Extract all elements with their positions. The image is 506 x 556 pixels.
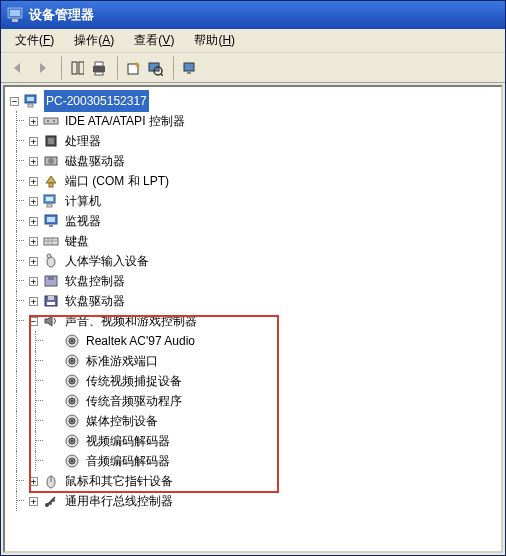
- svg-rect-4: [79, 62, 84, 74]
- expander-icon[interactable]: +: [29, 277, 38, 286]
- monitor-icon: [43, 213, 59, 229]
- show-hide-console-button[interactable]: [61, 56, 85, 80]
- tree-node-cat5[interactable]: +监视器: [7, 211, 499, 231]
- tree-node-cat10-ch4[interactable]: 媒体控制设备: [7, 411, 499, 431]
- svg-rect-6: [95, 62, 103, 66]
- back-button[interactable]: [5, 56, 29, 80]
- expander-icon[interactable]: −: [10, 97, 19, 106]
- tree-node-cat11[interactable]: +鼠标和其它指针设备: [7, 471, 499, 491]
- tree-node-label[interactable]: 软盘控制器: [63, 270, 127, 292]
- forward-button[interactable]: [31, 56, 55, 80]
- tree-node-cat9[interactable]: +软盘驱动器: [7, 291, 499, 311]
- svg-rect-17: [44, 118, 58, 124]
- tree-node-root[interactable]: −PC-200305152317: [7, 91, 499, 111]
- expander-icon[interactable]: +: [29, 217, 38, 226]
- hid-icon: [43, 253, 59, 269]
- tree-node-cat10-ch0[interactable]: Realtek AC'97 Audio: [7, 331, 499, 351]
- svg-rect-2: [12, 19, 18, 22]
- tree-node-cat10-ch2[interactable]: 传统视频捕捉设备: [7, 371, 499, 391]
- svg-point-23: [48, 158, 54, 164]
- tree-node-label[interactable]: 端口 (COM 和 LPT): [63, 170, 171, 192]
- expander-icon[interactable]: +: [29, 177, 38, 186]
- tree-node-cat1[interactable]: +处理器: [7, 131, 499, 151]
- tree-node-label[interactable]: 键盘: [63, 230, 91, 252]
- svg-rect-21: [48, 138, 54, 144]
- tree-node-cat10-ch5[interactable]: 视频编码解码器: [7, 431, 499, 451]
- expander-icon[interactable]: +: [29, 197, 38, 206]
- device-tree: −PC-200305152317+IDE ATA/ATAPI 控制器+处理器+磁…: [7, 91, 499, 511]
- menu-help[interactable]: 帮助(H): [184, 30, 245, 51]
- menu-file[interactable]: 文件(F): [5, 30, 64, 51]
- tree-node-cat6[interactable]: +键盘: [7, 231, 499, 251]
- tree-panel[interactable]: −PC-200305152317+IDE ATA/ATAPI 控制器+处理器+磁…: [3, 85, 503, 553]
- tree-node-cat2[interactable]: +磁盘驱动器: [7, 151, 499, 171]
- expander-icon[interactable]: +: [29, 117, 38, 126]
- menubar: 文件(F) 操作(A) 查看(V) 帮助(H): [1, 29, 505, 53]
- tree-node-label[interactable]: IDE ATA/ATAPI 控制器: [63, 110, 187, 132]
- expander-icon[interactable]: +: [29, 237, 38, 246]
- tree-node-cat7[interactable]: +人体学输入设备: [7, 251, 499, 271]
- print-button[interactable]: [87, 56, 111, 80]
- tree-node-label[interactable]: 处理器: [63, 130, 103, 152]
- sound-icon: [43, 313, 59, 329]
- tree-node-label[interactable]: 鼠标和其它指针设备: [63, 470, 175, 492]
- tree-node-label[interactable]: 通用串行总线控制器: [63, 490, 175, 512]
- tree-node-label[interactable]: 视频编码解码器: [84, 430, 172, 452]
- tree-node-label[interactable]: 标准游戏端口: [84, 350, 160, 372]
- tree-node-label[interactable]: 磁盘驱动器: [63, 150, 127, 172]
- tree-node-cat12[interactable]: +通用串行总线控制器: [7, 491, 499, 511]
- titlebar: 设备管理器: [1, 1, 505, 29]
- tree-node-cat10[interactable]: −声音、视频和游戏控制器: [7, 311, 499, 331]
- tree-node-cat4[interactable]: +计算机: [7, 191, 499, 211]
- usb-icon: [43, 493, 59, 509]
- window-title: 设备管理器: [29, 6, 94, 24]
- tree-node-cat10-ch6[interactable]: 音频编码解码器: [7, 451, 499, 471]
- svg-rect-40: [48, 296, 54, 300]
- svg-rect-24: [49, 183, 53, 187]
- app-icon: [7, 7, 23, 23]
- tree-node-cat10-ch3[interactable]: 传统音频驱动程序: [7, 391, 499, 411]
- expander-icon[interactable]: −: [29, 317, 38, 326]
- floppyctl-icon: [43, 273, 59, 289]
- properties-button[interactable]: [117, 56, 141, 80]
- tree-node-cat3[interactable]: +端口 (COM 和 LPT): [7, 171, 499, 191]
- expander-icon[interactable]: +: [29, 477, 38, 486]
- tree-node-label[interactable]: 监视器: [63, 210, 103, 232]
- tree-node-cat10-ch1[interactable]: 标准游戏端口: [7, 351, 499, 371]
- menu-view[interactable]: 查看(V): [124, 30, 184, 51]
- tree-node-label[interactable]: 传统音频驱动程序: [84, 390, 184, 412]
- svg-rect-29: [47, 217, 55, 222]
- tree-node-label[interactable]: PC-200305152317: [44, 90, 149, 112]
- expander-icon[interactable]: +: [29, 297, 38, 306]
- tree-node-cat8[interactable]: +软盘控制器: [7, 271, 499, 291]
- tree-node-label[interactable]: 软盘驱动器: [63, 290, 127, 312]
- scan-hardware-button[interactable]: [143, 56, 167, 80]
- svg-rect-38: [48, 276, 54, 280]
- device-manager-window: 设备管理器 文件(F) 操作(A) 查看(V) 帮助(H) −PC-200305: [0, 0, 506, 556]
- svg-rect-41: [47, 302, 55, 305]
- tree-node-cat0[interactable]: +IDE ATA/ATAPI 控制器: [7, 111, 499, 131]
- svg-point-35: [47, 257, 55, 267]
- expander-icon[interactable]: +: [29, 137, 38, 146]
- svg-line-11: [161, 74, 163, 76]
- tree-node-label[interactable]: 音频编码解码器: [84, 450, 172, 472]
- expander-icon[interactable]: +: [29, 157, 38, 166]
- tree-node-label[interactable]: 传统视频捕捉设备: [84, 370, 184, 392]
- audio-icon: [64, 353, 80, 369]
- uninstall-button[interactable]: [173, 56, 197, 80]
- port-icon: [43, 173, 59, 189]
- tree-node-label[interactable]: 媒体控制设备: [84, 410, 160, 432]
- tree-node-label[interactable]: Realtek AC'97 Audio: [84, 330, 197, 352]
- expander-icon[interactable]: +: [29, 497, 38, 506]
- tree-node-label[interactable]: 声音、视频和游戏控制器: [63, 310, 199, 332]
- audio-icon: [64, 373, 80, 389]
- menu-action[interactable]: 操作(A): [64, 30, 124, 51]
- svg-point-36: [47, 254, 51, 258]
- svg-rect-5: [93, 66, 105, 72]
- computer-icon: [24, 93, 40, 109]
- tree-node-label[interactable]: 计算机: [63, 190, 103, 212]
- expander-icon[interactable]: +: [29, 257, 38, 266]
- svg-rect-13: [187, 72, 191, 74]
- svg-point-59: [71, 440, 73, 442]
- tree-node-label[interactable]: 人体学输入设备: [63, 250, 151, 272]
